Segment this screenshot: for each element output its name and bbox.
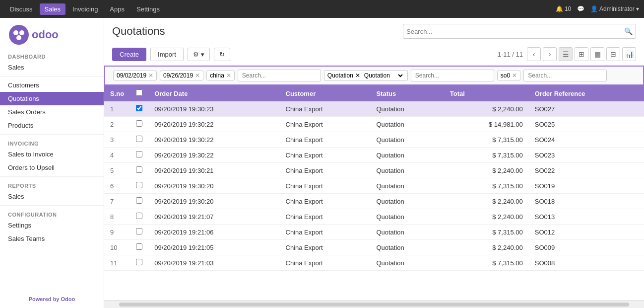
prev-page-button[interactable]: ‹ [527, 47, 541, 61]
cell-checkbox[interactable] [130, 240, 148, 255]
cell-total: $ 7,315.00 [444, 132, 529, 148]
filter-ref-remove[interactable]: ✕ [512, 72, 517, 79]
sidebar-config-label: Configuration [0, 208, 104, 219]
view-list-button[interactable]: ☰ [559, 47, 573, 61]
action-menu-button[interactable]: ⚙ ▾ [188, 48, 210, 61]
svg-point-1 [13, 30, 18, 35]
sidebar-item-products[interactable]: Products [0, 119, 104, 132]
main-layout: odoo Dashboard Sales Customers Quotation… [0, 18, 644, 308]
sidebar-divider-2 [0, 134, 104, 135]
sidebar-item-sales-teams[interactable]: Sales Teams [0, 232, 104, 245]
gear-icon: ⚙ [193, 51, 199, 58]
sidebar-item-orders-to-upsell[interactable]: Orders to Upsell [0, 161, 104, 174]
nav-invoicing[interactable]: Invoicing [67, 3, 103, 15]
table-row[interactable]: 8 09/20/2019 19:21:07 China Export Quota… [104, 209, 644, 225]
filter-status-select[interactable]: Quotation Sales Order Cancelled [362, 72, 404, 79]
table-row[interactable]: 7 09/20/2019 19:30:20 China Export Quota… [104, 194, 644, 209]
table-row[interactable]: 11 09/20/2019 19:21:03 China Export Quot… [104, 255, 644, 271]
next-page-button[interactable]: › [543, 47, 557, 61]
cell-checkbox[interactable] [130, 148, 148, 163]
total-search-input[interactable] [411, 70, 494, 81]
sidebar-item-reports-sales[interactable]: Sales [0, 190, 104, 203]
cell-status: Quotation [370, 225, 444, 240]
table-row[interactable]: 2 09/20/2019 19:30:22 China Export Quota… [104, 117, 644, 132]
view-graph-button[interactable]: 📊 [622, 47, 636, 61]
sidebar-item-sales-orders[interactable]: Sales Orders [0, 105, 104, 119]
sidebar: odoo Dashboard Sales Customers Quotation… [0, 18, 104, 308]
filter-date-from-remove[interactable]: ✕ [148, 72, 153, 79]
cell-sno: 1 [104, 101, 130, 117]
create-button[interactable]: Create [112, 48, 146, 61]
notification-icon[interactable]: 🔔 10 [556, 5, 572, 12]
filter-status-value: Quotation [327, 72, 353, 79]
customer-search-input[interactable] [238, 70, 321, 81]
cell-checkbox[interactable] [130, 101, 148, 117]
view-calendar-button[interactable]: ▦ [590, 47, 604, 61]
select-all-checkbox[interactable] [136, 89, 142, 96]
svg-point-0 [9, 25, 29, 45]
table-row[interactable]: 5 09/20/2019 19:30:21 China Export Quota… [104, 163, 644, 178]
table-row[interactable]: 9 09/20/2019 19:21:06 China Export Quota… [104, 225, 644, 240]
cell-checkbox[interactable] [130, 194, 148, 209]
cell-sno: 7 [104, 194, 130, 209]
view-pivot-button[interactable]: ⊟ [606, 47, 620, 61]
filter-bar: 09/02/2019 ✕ 09/26/2019 ✕ china ✕ Quotat… [104, 66, 644, 85]
col-header-check [130, 85, 148, 101]
cell-checkbox[interactable] [130, 132, 148, 148]
table-row[interactable]: 1 09/20/2019 19:30:23 China Export Quota… [104, 101, 644, 117]
cell-order-ref: SO025 [529, 117, 644, 132]
cell-order-ref: SO027 [529, 101, 644, 117]
refresh-button[interactable]: ↻ [214, 48, 230, 61]
cell-order-date: 09/20/2019 19:21:06 [148, 225, 279, 240]
filter-date-to: 09/26/2019 ✕ [160, 71, 203, 80]
horizontal-scrollbar[interactable] [104, 300, 644, 308]
table-row[interactable]: 10 09/20/2019 19:21:05 China Export Quot… [104, 240, 644, 255]
cell-checkbox[interactable] [130, 178, 148, 194]
cell-checkbox[interactable] [130, 255, 148, 271]
sidebar-dashboard-label: Dashboard [0, 50, 104, 61]
col-header-order-date: Order Date [148, 85, 279, 101]
filter-status-remove[interactable]: ✕ [355, 72, 360, 79]
sidebar-divider-3 [0, 176, 104, 177]
nav-discuss[interactable]: Discuss [5, 3, 38, 15]
cell-order-ref: SO023 [529, 148, 644, 163]
sidebar-item-config-settings[interactable]: Settings [0, 219, 104, 232]
user-avatar[interactable]: 👤 Administrator ▾ [590, 5, 639, 12]
filter-customer-remove[interactable]: ✕ [226, 72, 231, 79]
table-row[interactable]: 3 09/20/2019 19:30:22 China Export Quota… [104, 132, 644, 148]
nav-settings[interactable]: Settings [131, 3, 165, 15]
nav-apps[interactable]: Apps [105, 3, 129, 15]
sidebar-item-quotations[interactable]: Quotations [0, 92, 104, 105]
cell-order-ref: SO009 [529, 240, 644, 255]
search-input[interactable] [406, 28, 624, 35]
cell-checkbox[interactable] [130, 163, 148, 178]
cell-order-ref: SO024 [529, 132, 644, 148]
cell-status: Quotation [370, 132, 444, 148]
view-kanban-button[interactable]: ⊞ [575, 47, 588, 61]
cell-order-date: 09/20/2019 19:30:21 [148, 163, 279, 178]
table-row[interactable]: 6 09/20/2019 19:30:20 China Export Quota… [104, 178, 644, 194]
cell-checkbox[interactable] [130, 225, 148, 240]
sidebar-item-sales-dashboard[interactable]: Sales [0, 61, 104, 74]
chevron-down-icon: ▾ [201, 51, 204, 58]
col-header-sno: S.no [104, 85, 130, 101]
sidebar-item-sales-to-invoice[interactable]: Sales to Invoice [0, 148, 104, 161]
calendar-view-icon: ▦ [594, 50, 601, 58]
cell-customer: China Export [280, 240, 371, 255]
cell-checkbox[interactable] [130, 209, 148, 225]
ref-search-input[interactable] [523, 70, 607, 81]
nav-sales[interactable]: Sales [40, 3, 66, 15]
cell-customer: China Export [280, 255, 371, 271]
sidebar-item-customers[interactable]: Customers [0, 78, 104, 92]
chat-icon[interactable]: 💬 [577, 5, 584, 12]
cell-sno: 5 [104, 163, 130, 178]
search-icon[interactable]: 🔍 [624, 27, 633, 35]
import-button[interactable]: Import [150, 48, 184, 61]
table-row[interactable]: 4 09/20/2019 19:30:22 China Export Quota… [104, 148, 644, 163]
filter-ref-value: so0 [501, 72, 510, 79]
filter-customer-tag: china ✕ [206, 71, 235, 80]
cell-checkbox[interactable] [130, 117, 148, 132]
toolbar-right: 1-11 / 11 ‹ › ☰ ⊞ ▦ ⊟ 📊 [498, 47, 636, 61]
filter-date-to-remove[interactable]: ✕ [195, 72, 200, 79]
cell-order-date: 09/20/2019 19:30:23 [148, 101, 279, 117]
